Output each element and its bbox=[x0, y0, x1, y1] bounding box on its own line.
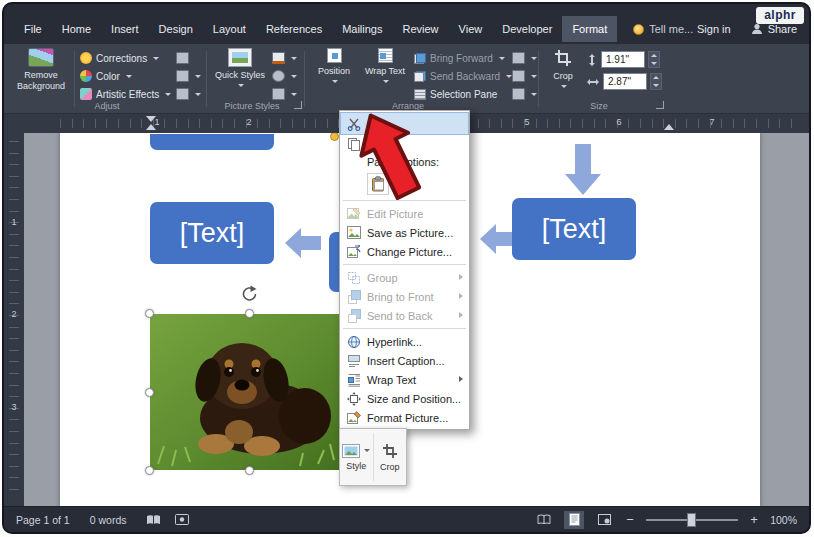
smartart-box-left[interactable]: [Text] bbox=[150, 202, 274, 264]
rotate-handle[interactable] bbox=[240, 285, 258, 303]
color-button[interactable]: Color bbox=[80, 68, 132, 84]
selection-pane-button[interactable]: Selection Pane bbox=[414, 86, 497, 102]
rotate-objects-button[interactable] bbox=[512, 86, 537, 102]
print-layout-icon[interactable] bbox=[564, 511, 584, 529]
menu-item-bring-to-front[interactable]: Bring to Front bbox=[341, 287, 468, 306]
tab-layout[interactable]: Layout bbox=[203, 16, 256, 42]
first-line-indent-marker[interactable] bbox=[146, 116, 156, 122]
ruler-number: 5 bbox=[521, 117, 533, 127]
picture-styles-group-label: Picture Styles bbox=[206, 101, 298, 111]
size-group-label: Size bbox=[544, 101, 654, 111]
artistic-effects-button[interactable]: Artistic Effects bbox=[80, 86, 171, 102]
resize-handle-top-center[interactable] bbox=[245, 309, 254, 318]
menu-item-size-and-position[interactable]: Size and Position... bbox=[341, 389, 468, 408]
compress-pictures-button[interactable] bbox=[176, 50, 189, 66]
zoom-level[interactable]: 100% bbox=[770, 514, 797, 526]
quick-styles-button[interactable]: Quick Styles bbox=[212, 48, 268, 87]
menu-item-insert-caption[interactable]: Insert Caption... bbox=[341, 351, 468, 370]
puppy-picture[interactable] bbox=[150, 314, 348, 470]
wrap-text-button[interactable]: Wrap Text bbox=[360, 48, 410, 83]
rotation-handle-yellow-dot[interactable] bbox=[330, 132, 339, 141]
shape-height-field[interactable]: 1.91" bbox=[601, 51, 645, 68]
resize-handle-middle-left[interactable] bbox=[145, 388, 154, 397]
menu-item-label: Format Picture... bbox=[367, 412, 448, 424]
smartart-arrow-left-icon[interactable] bbox=[480, 224, 516, 254]
mini-crop-button[interactable]: Crop bbox=[373, 429, 406, 485]
picture-styles-dialog-launcher[interactable] bbox=[294, 101, 302, 109]
bring-front-icon bbox=[346, 290, 362, 304]
tab-home[interactable]: Home bbox=[52, 16, 101, 42]
menu-item-wrap-text[interactable]: Wrap Text bbox=[341, 370, 468, 389]
sign-in-button[interactable]: Sign in bbox=[697, 23, 731, 35]
menu-item-hyperlink[interactable]: Hyperlink... bbox=[341, 332, 468, 351]
width-icon bbox=[586, 76, 600, 88]
proofing-status-icon[interactable] bbox=[146, 514, 161, 526]
adjust-group-label: Adjust bbox=[12, 101, 202, 111]
zoom-out-button[interactable]: − bbox=[624, 512, 636, 527]
change-picture-small-button[interactable] bbox=[176, 68, 201, 84]
menu-item-format-picture[interactable]: Format Picture... bbox=[341, 408, 468, 427]
reset-picture-button[interactable] bbox=[176, 86, 201, 102]
smartart-arrow-down-icon[interactable] bbox=[564, 144, 602, 196]
menu-item-send-to-back[interactable]: Send to Back bbox=[341, 306, 468, 325]
group-objects-button[interactable] bbox=[512, 68, 537, 84]
resize-handle-bottom-center[interactable] bbox=[245, 466, 254, 475]
menu-item-edit-picture[interactable]: Edit Picture bbox=[341, 204, 468, 223]
share-person-icon bbox=[751, 23, 763, 35]
web-layout-icon[interactable] bbox=[594, 511, 614, 529]
tell-me-box[interactable]: Tell me... bbox=[633, 16, 693, 42]
format-picture-icon bbox=[346, 411, 362, 424]
width-spinner[interactable] bbox=[650, 73, 662, 90]
size-dialog-launcher[interactable] bbox=[656, 101, 664, 109]
corrections-button[interactable]: Corrections bbox=[80, 50, 159, 66]
mini-toolbar: Style Crop bbox=[339, 428, 407, 486]
tab-file[interactable]: File bbox=[14, 16, 52, 42]
tab-format[interactable]: Format bbox=[562, 16, 617, 42]
crop-button[interactable]: Crop bbox=[544, 48, 582, 88]
tab-mailings[interactable]: Mailings bbox=[332, 16, 392, 42]
remove-background-label: Remove Background bbox=[12, 70, 70, 92]
align-button[interactable] bbox=[512, 50, 537, 66]
picture-effects-button[interactable] bbox=[272, 68, 297, 84]
right-indent-marker[interactable] bbox=[664, 124, 674, 130]
tab-review[interactable]: Review bbox=[393, 16, 449, 42]
read-mode-icon[interactable] bbox=[534, 511, 554, 529]
menu-item-group[interactable]: Group bbox=[341, 268, 468, 287]
artistic-effects-icon bbox=[80, 88, 92, 100]
dropdown-caret-icon bbox=[531, 57, 537, 60]
send-backward-button[interactable]: Send Backward bbox=[414, 68, 512, 84]
picture-layout-button[interactable] bbox=[272, 86, 297, 102]
menu-item-save-as-picture[interactable]: Save as Picture... bbox=[341, 223, 468, 242]
menu-item-change-picture[interactable]: Change Picture... bbox=[341, 242, 468, 261]
zoom-in-button[interactable]: + bbox=[748, 512, 760, 527]
word-count[interactable]: 0 words bbox=[90, 514, 127, 526]
tab-references[interactable]: References bbox=[256, 16, 332, 42]
tab-developer[interactable]: Developer bbox=[492, 16, 562, 42]
hanging-indent-marker[interactable] bbox=[146, 124, 156, 130]
height-spinner[interactable] bbox=[648, 51, 660, 68]
picture-border-button[interactable] bbox=[272, 50, 297, 66]
share-button[interactable]: Share bbox=[751, 23, 797, 35]
change-picture-small-icon bbox=[176, 70, 189, 82]
resize-handle-bottom-left[interactable] bbox=[145, 466, 154, 475]
smartart-arrow-left-icon[interactable] bbox=[285, 228, 321, 258]
zoom-slider[interactable] bbox=[646, 519, 738, 521]
macro-record-icon[interactable] bbox=[175, 514, 189, 525]
smartart-box-top-partial[interactable] bbox=[150, 134, 274, 150]
change-picture-icon bbox=[346, 245, 362, 258]
zoom-slider-thumb[interactable] bbox=[687, 513, 696, 527]
vertical-ruler[interactable]: 1 2 3 bbox=[4, 133, 24, 506]
ruler-number: 2 bbox=[243, 117, 255, 127]
remove-background-button[interactable]: Remove Background bbox=[12, 48, 70, 92]
mini-style-button[interactable]: Style bbox=[340, 429, 373, 485]
resize-handle-top-left[interactable] bbox=[145, 309, 154, 318]
tab-view[interactable]: View bbox=[449, 16, 493, 42]
tab-design[interactable]: Design bbox=[149, 16, 203, 42]
smartart-box-right[interactable]: [Text] bbox=[512, 198, 636, 260]
page-indicator[interactable]: Page 1 of 1 bbox=[16, 514, 70, 526]
position-button[interactable]: Position bbox=[310, 48, 358, 83]
shape-height-value: 1.91" bbox=[606, 54, 629, 65]
shape-width-field[interactable]: 2.87" bbox=[603, 73, 647, 90]
tab-insert[interactable]: Insert bbox=[101, 16, 149, 42]
bring-forward-button[interactable]: Bring Forward bbox=[414, 50, 505, 66]
